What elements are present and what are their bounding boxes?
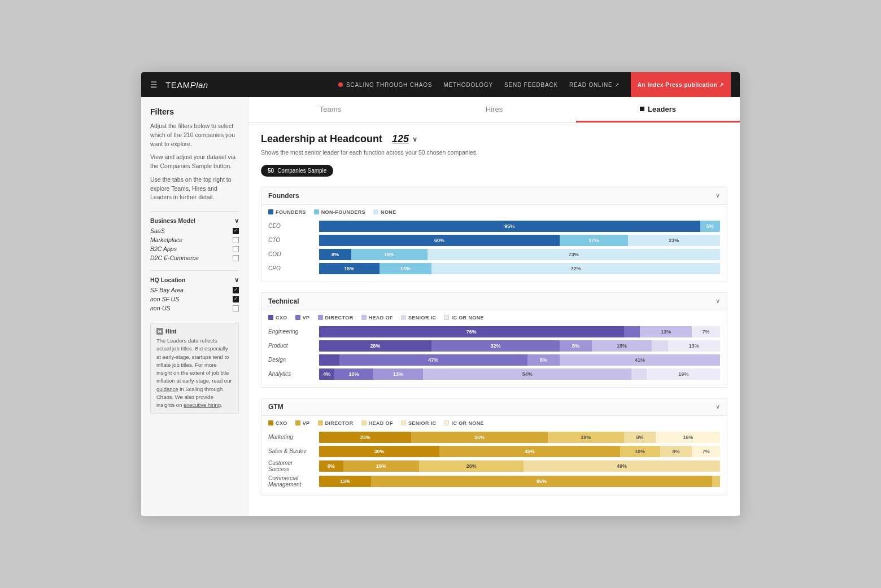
checkbox-d2c[interactable] — [233, 255, 239, 261]
filter-b2c[interactable]: B2C Apps — [150, 245, 239, 252]
analytics-seg-6: 19% — [647, 368, 720, 380]
bar-label-sales: Sales & Bizdev — [268, 448, 319, 454]
filter-sf[interactable]: SF Bay Area — [150, 287, 239, 293]
legend-director-gtm: DIRECTOR — [318, 420, 354, 426]
coo-seg-2: 19% — [351, 249, 428, 260]
legend-icnone-gtm: IC OR NONE — [444, 420, 484, 426]
cs-seg-1: 6% — [319, 460, 343, 472]
bar-track-ceo: 95% 5% — [319, 221, 720, 232]
cpo-seg-1: 15% — [319, 263, 380, 274]
bar-label-commercial: Commercial Management — [268, 475, 319, 488]
main-content: Teams Hires Leaders Leadership at Headco… — [248, 97, 740, 516]
sales-seg-3: 10% — [620, 446, 660, 457]
bar-track-cs: 6% 19% 26% 49% — [319, 460, 720, 472]
nav-scaling[interactable]: SCALING THROUGH CHAOS — [338, 82, 432, 88]
legend-cxo-tech: CXO — [268, 315, 287, 321]
bar-label-cs: Customer Success — [268, 460, 319, 472]
non-founders-dot — [314, 209, 319, 214]
technical-collapse[interactable]: ∨ — [716, 297, 720, 305]
founders-dot — [268, 209, 273, 214]
bar-track-cto: 60% 17% 23% — [319, 235, 720, 246]
comm-seg-1: 13% — [319, 476, 371, 487]
tabs: Teams Hires Leaders — [248, 97, 740, 123]
filter-marketplace[interactable]: Marketplace — [150, 236, 239, 243]
analytics-seg-3: 13% — [373, 368, 424, 380]
headcount-number[interactable]: 125 — [392, 133, 409, 145]
badge-count: 50 — [268, 168, 274, 174]
nav-methodology[interactable]: METHODOLOGY — [443, 82, 493, 88]
analytics-seg-5 — [631, 368, 647, 380]
bar-row-commercial: Commercial Management 13% 85% — [268, 475, 720, 488]
hamburger-icon[interactable]: ☰ — [150, 80, 158, 89]
sales-seg-1: 30% — [319, 446, 439, 457]
red-dot-icon — [338, 82, 343, 87]
vp-gtm-dot — [295, 420, 300, 425]
eng-seg-2 — [624, 326, 640, 337]
cta-button[interactable]: An Index Press publication ↗ — [631, 72, 731, 97]
checkbox-non-sf[interactable] — [233, 296, 239, 302]
navbar-left: ☰ TEAMPlan — [150, 80, 208, 90]
checkbox-sf[interactable] — [233, 287, 239, 293]
companies-badge[interactable]: 50 Companies Sample — [261, 165, 333, 177]
cto-seg-2: 17% — [560, 235, 628, 246]
cxo-gtm-dot — [268, 420, 273, 425]
legend-icnone-tech: IC OR NONE — [444, 315, 484, 321]
bar-row-cpo: CPO 15% 13% 72% — [268, 263, 720, 274]
checkbox-saas[interactable] — [233, 228, 239, 234]
technical-body: CXO VP DIRECTOR — [261, 310, 727, 387]
filter-non-sf[interactable]: non SF US — [150, 296, 239, 302]
page-title: Leadership at Headcount 125 ∨ — [261, 133, 727, 145]
bar-track-coo: 8% 19% 73% — [319, 249, 720, 260]
nav-feedback[interactable]: SEND FEEDBACK — [504, 82, 558, 88]
technical-section: Technical ∨ CXO VP — [261, 292, 727, 388]
founders-section: Founders ∨ FOUNDERS NON-FOUNDERS — [261, 187, 727, 282]
filter-non-us[interactable]: non-US — [150, 305, 239, 311]
cto-seg-3: 23% — [628, 235, 720, 246]
bar-track-cpo: 15% 13% 72% — [319, 263, 720, 274]
gtm-body: CXO VP DIRECTOR — [261, 416, 727, 495]
legend-non-founders: NON-FOUNDERS — [314, 209, 365, 215]
founders-title: Founders — [268, 192, 299, 200]
founders-legend: FOUNDERS NON-FOUNDERS NONE — [268, 209, 720, 215]
gtm-section: GTM ∨ CXO VP — [261, 398, 727, 495]
eng-seg-3: 13% — [640, 326, 692, 337]
headcount-chevron[interactable]: ∨ — [412, 135, 417, 143]
tab-leaders[interactable]: Leaders — [576, 97, 740, 122]
logo-plan: Plan — [190, 80, 208, 90]
hq-location-title[interactable]: HQ Location ∨ — [150, 277, 239, 283]
sales-seg-5: 7% — [692, 446, 720, 457]
checkbox-b2c[interactable] — [233, 246, 239, 252]
exec-hiring-link[interactable]: executive hiring — [184, 402, 221, 408]
comm-seg-2: 85% — [371, 476, 712, 487]
sidebar: Filters Adjust the filters below to sele… — [141, 97, 248, 516]
legend-cxo-gtm: CXO — [268, 420, 287, 426]
sales-seg-2: 45% — [439, 446, 620, 457]
eng-seg-1: 76% — [319, 326, 624, 337]
business-model-section: Business Model ∨ SaaS Marketplace B2C Ap… — [150, 211, 239, 261]
gtm-collapse[interactable]: ∨ — [716, 403, 720, 410]
guidance-link[interactable]: guidance — [156, 386, 178, 392]
legend-headof-gtm: HEAD OF — [361, 420, 393, 426]
checkbox-marketplace[interactable] — [233, 237, 239, 243]
bar-row-marketing: Marketing 23% 34% 19% 8% 16% — [268, 432, 720, 443]
cpo-seg-2: 13% — [380, 263, 431, 274]
sidebar-desc-3: Use the tabs on the top right to explore… — [150, 175, 239, 202]
founders-collapse[interactable]: ∨ — [716, 192, 720, 199]
eng-seg-4: 7% — [692, 326, 720, 337]
mkt-seg-3: 19% — [548, 432, 624, 443]
tab-teams[interactable]: Teams — [248, 97, 412, 122]
checkbox-non-us[interactable] — [233, 305, 239, 311]
nav-read-online[interactable]: READ ONLINE ↗ — [569, 82, 620, 88]
business-model-title[interactable]: Business Model ∨ — [150, 217, 239, 224]
filter-saas[interactable]: SaaS — [150, 227, 239, 234]
founders-body: FOUNDERS NON-FOUNDERS NONE — [261, 205, 727, 282]
prod-seg-6: 13% — [668, 340, 720, 352]
director-gtm-dot — [318, 420, 323, 425]
prod-seg-4: 15% — [592, 340, 652, 352]
bar-label-product: Product — [268, 343, 319, 349]
sidebar-title: Filters — [150, 107, 239, 116]
coo-seg-1: 8% — [319, 249, 351, 260]
tab-hires[interactable]: Hires — [412, 97, 576, 122]
bar-row-sales: Sales & Bizdev 30% 45% 10% 8% 7% — [268, 446, 720, 457]
filter-d2c[interactable]: D2C E-Commerce — [150, 254, 239, 261]
